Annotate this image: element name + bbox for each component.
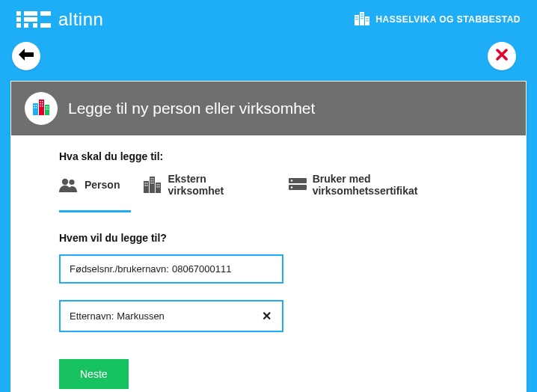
brand-logo-icon bbox=[16, 11, 51, 28]
panel-body: Hva skal du legge til: Person Ekstern vi… bbox=[11, 135, 526, 392]
tab-bruker-sertifikat[interactable]: Bruker med virksomhetssertifikat bbox=[289, 173, 478, 203]
svg-rect-52 bbox=[151, 178, 152, 180]
etternavn-input[interactable] bbox=[117, 310, 260, 322]
svg-rect-41 bbox=[46, 108, 46, 110]
etternavn-label: Etternavn: bbox=[70, 310, 114, 322]
svg-rect-15 bbox=[358, 19, 358, 20]
svg-rect-24 bbox=[366, 20, 367, 22]
svg-rect-25 bbox=[368, 20, 369, 22]
action-row bbox=[0, 36, 537, 81]
svg-rect-16 bbox=[361, 13, 362, 15]
svg-rect-35 bbox=[40, 103, 41, 105]
svg-rect-57 bbox=[153, 183, 153, 184]
svg-rect-53 bbox=[153, 178, 153, 180]
etternavn-field-wrap[interactable]: Etternavn: ✕ bbox=[59, 300, 283, 332]
svg-rect-5 bbox=[24, 23, 28, 28]
svg-rect-54 bbox=[151, 180, 152, 182]
svg-rect-39 bbox=[46, 106, 46, 108]
svg-rect-17 bbox=[363, 13, 363, 15]
svg-rect-47 bbox=[156, 183, 161, 193]
panel-title: Legge til ny person eller virksomhet bbox=[68, 99, 315, 117]
svg-rect-14 bbox=[356, 19, 357, 20]
svg-rect-7 bbox=[40, 11, 51, 16]
fodselsnr-field-wrap[interactable]: Fødselsnr./brukernavn: bbox=[59, 254, 283, 284]
brand[interactable]: altinn bbox=[16, 9, 103, 30]
svg-rect-20 bbox=[361, 18, 362, 19]
people-icon bbox=[59, 177, 79, 192]
svg-rect-30 bbox=[36, 105, 37, 106]
svg-rect-23 bbox=[368, 18, 369, 19]
buildings-color-icon bbox=[31, 97, 51, 120]
svg-rect-38 bbox=[42, 105, 43, 107]
svg-point-65 bbox=[290, 186, 292, 188]
svg-rect-0 bbox=[16, 11, 21, 16]
panel-header: Legge til ny person eller virksomhet bbox=[11, 82, 526, 135]
svg-rect-59 bbox=[159, 184, 159, 186]
svg-rect-56 bbox=[151, 183, 152, 184]
svg-rect-4 bbox=[24, 17, 37, 22]
svg-rect-18 bbox=[361, 16, 362, 17]
brand-name: altinn bbox=[58, 9, 103, 30]
svg-rect-58 bbox=[157, 184, 158, 186]
svg-rect-12 bbox=[356, 16, 357, 18]
svg-rect-11 bbox=[365, 16, 369, 25]
svg-point-64 bbox=[290, 180, 292, 181]
tab-active-underline bbox=[59, 210, 131, 212]
neste-button[interactable]: Neste bbox=[59, 359, 129, 389]
svg-rect-50 bbox=[145, 185, 146, 186]
arrow-left-icon bbox=[19, 49, 34, 64]
close-button[interactable] bbox=[488, 42, 516, 70]
buildings-grey-icon bbox=[144, 177, 162, 193]
close-icon bbox=[496, 49, 508, 64]
org-switcher[interactable]: HASSELVIKA OG STABBESTAD bbox=[355, 12, 521, 28]
svg-rect-2 bbox=[16, 23, 21, 28]
tab-person-label: Person bbox=[85, 179, 120, 191]
svg-rect-55 bbox=[153, 180, 153, 182]
main-panel: Legge til ny person eller virksomhet Hva… bbox=[10, 81, 527, 392]
svg-rect-36 bbox=[42, 103, 43, 105]
svg-rect-34 bbox=[42, 101, 43, 102]
svg-rect-51 bbox=[147, 185, 147, 186]
fodselsnr-input[interactable] bbox=[172, 263, 298, 275]
svg-rect-31 bbox=[34, 107, 35, 108]
tab-person[interactable]: Person bbox=[59, 173, 120, 203]
tab-ekstern-label: Ekstern virksomhet bbox=[168, 173, 264, 197]
topbar: altinn bbox=[0, 0, 537, 36]
svg-rect-27 bbox=[39, 99, 44, 115]
svg-rect-49 bbox=[147, 183, 147, 184]
svg-rect-13 bbox=[358, 16, 358, 18]
svg-rect-29 bbox=[34, 105, 35, 106]
svg-rect-45 bbox=[144, 181, 149, 193]
svg-rect-46 bbox=[150, 177, 155, 193]
svg-rect-6 bbox=[33, 23, 37, 28]
svg-rect-61 bbox=[159, 186, 159, 188]
svg-rect-19 bbox=[363, 16, 363, 17]
svg-rect-22 bbox=[366, 18, 367, 19]
buildings-icon bbox=[355, 12, 369, 28]
entity-type-tabs: Person Ekstern virksomhet Bruker med vir… bbox=[59, 173, 478, 203]
svg-rect-42 bbox=[48, 108, 49, 110]
svg-rect-10 bbox=[360, 12, 364, 25]
x-icon: ✕ bbox=[262, 310, 271, 322]
org-name: HASSELVIKA OG STABBESTAD bbox=[375, 14, 521, 25]
svg-rect-60 bbox=[157, 186, 158, 188]
svg-point-43 bbox=[62, 179, 68, 185]
tab-bruker-label: Bruker med virksomhetssertifikat bbox=[313, 173, 478, 197]
tab-ekstern-virksomhet[interactable]: Ekstern virksomhet bbox=[144, 173, 264, 203]
svg-rect-26 bbox=[33, 103, 38, 115]
server-icon bbox=[289, 178, 307, 192]
svg-rect-3 bbox=[24, 11, 37, 16]
svg-rect-33 bbox=[40, 101, 41, 102]
who-label: Hvem vil du legge til? bbox=[59, 232, 478, 244]
what-label: Hva skal du legge til: bbox=[59, 150, 478, 162]
fodselsnr-label: Fødselsnr./brukernavn: bbox=[70, 263, 169, 275]
svg-rect-37 bbox=[40, 105, 41, 107]
svg-rect-32 bbox=[36, 107, 37, 108]
clear-etternavn-button[interactable]: ✕ bbox=[260, 309, 273, 323]
svg-rect-1 bbox=[16, 17, 21, 22]
back-button[interactable] bbox=[12, 42, 40, 70]
svg-rect-40 bbox=[48, 106, 49, 108]
svg-rect-21 bbox=[363, 18, 363, 19]
header-icon-circle bbox=[25, 92, 58, 125]
svg-point-44 bbox=[69, 180, 74, 185]
